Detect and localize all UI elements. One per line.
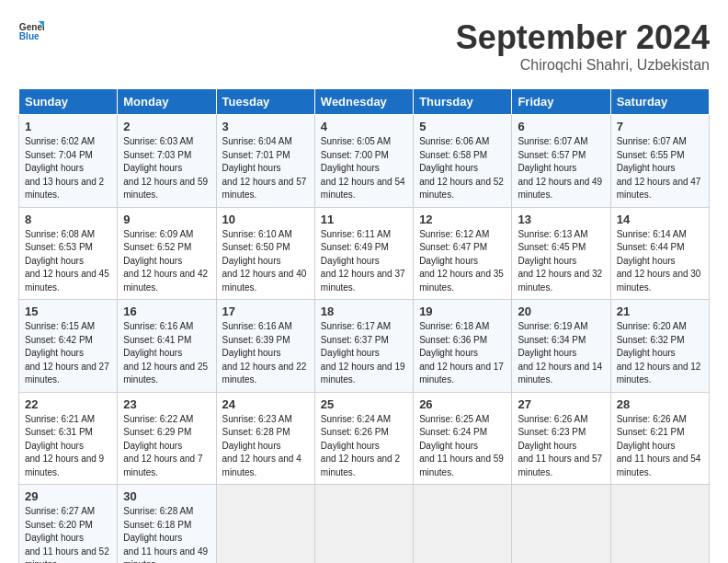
day-number: 28 [617, 397, 703, 411]
empty-day-cell [216, 485, 314, 564]
empty-day-cell [512, 485, 610, 564]
header-tuesday: Tuesday [216, 89, 314, 115]
day-number: 24 [222, 397, 309, 411]
day-cell-30: 30 Sunrise: 6:28 AMSunset: 6:18 PMDaylig… [118, 485, 216, 564]
day-detail: Sunrise: 6:27 AMSunset: 6:20 PMDaylight … [25, 506, 109, 563]
header-saturday: Saturday [610, 89, 709, 115]
day-number: 9 [123, 213, 210, 226]
day-number: 21 [617, 304, 703, 318]
day-number: 20 [518, 304, 604, 318]
day-detail: Sunrise: 6:26 AMSunset: 6:23 PMDaylight … [518, 414, 602, 477]
day-cell-27: 27 Sunrise: 6:26 AMSunset: 6:23 PMDaylig… [512, 392, 610, 485]
day-cell-11: 11 Sunrise: 6:11 AMSunset: 6:49 PMDaylig… [314, 207, 413, 300]
day-detail: Sunrise: 6:17 AMSunset: 6:37 PMDaylight … [321, 321, 405, 385]
location-subtitle: Chiroqchi Shahri, Uzbekistan [456, 57, 710, 74]
day-detail: Sunrise: 6:26 AMSunset: 6:21 PMDaylight … [617, 414, 701, 477]
empty-day-cell [414, 485, 512, 564]
day-detail: Sunrise: 6:13 AMSunset: 6:45 PMDaylight … [518, 229, 602, 293]
day-detail: Sunrise: 6:25 AMSunset: 6:24 PMDaylight … [419, 414, 504, 477]
day-cell-21: 21 Sunrise: 6:20 AMSunset: 6:32 PMDaylig… [610, 300, 709, 393]
day-number: 7 [617, 120, 703, 133]
day-number: 22 [25, 397, 111, 411]
calendar-header-row: Sunday Monday Tuesday Wednesday Thursday… [19, 89, 710, 115]
day-detail: Sunrise: 6:05 AMSunset: 7:00 PMDaylight … [321, 136, 405, 200]
day-cell-23: 23 Sunrise: 6:22 AMSunset: 6:29 PMDaylig… [118, 392, 216, 485]
day-detail: Sunrise: 6:20 AMSunset: 6:32 PMDaylight … [617, 321, 701, 385]
header-wednesday: Wednesday [314, 89, 413, 115]
header-friday: Friday [512, 89, 610, 115]
day-number: 27 [518, 397, 604, 411]
day-detail: Sunrise: 6:07 AMSunset: 6:57 PMDaylight … [518, 136, 602, 200]
day-number: 30 [123, 489, 210, 503]
day-cell-2: 2 Sunrise: 6:03 AMSunset: 7:03 PMDayligh… [118, 115, 216, 208]
day-detail: Sunrise: 6:16 AMSunset: 6:39 PMDaylight … [222, 321, 307, 385]
calendar-week-1: 1 Sunrise: 6:02 AMSunset: 7:04 PMDayligh… [19, 115, 710, 208]
header-sunday: Sunday [19, 89, 118, 115]
day-number: 13 [518, 213, 604, 226]
day-number: 8 [25, 213, 111, 226]
day-detail: Sunrise: 6:14 AMSunset: 6:44 PMDaylight … [617, 229, 701, 293]
empty-day-cell [610, 485, 709, 564]
day-detail: Sunrise: 6:07 AMSunset: 6:55 PMDaylight … [617, 136, 701, 200]
day-number: 2 [123, 120, 210, 133]
day-cell-25: 25 Sunrise: 6:24 AMSunset: 6:26 PMDaylig… [314, 392, 413, 485]
day-cell-22: 22 Sunrise: 6:21 AMSunset: 6:31 PMDaylig… [19, 392, 118, 485]
day-detail: Sunrise: 6:24 AMSunset: 6:26 PMDaylight … [321, 414, 400, 477]
day-cell-6: 6 Sunrise: 6:07 AMSunset: 6:57 PMDayligh… [512, 115, 610, 208]
day-cell-13: 13 Sunrise: 6:13 AMSunset: 6:45 PMDaylig… [512, 207, 610, 300]
day-detail: Sunrise: 6:12 AMSunset: 6:47 PMDaylight … [419, 229, 504, 293]
day-cell-15: 15 Sunrise: 6:15 AMSunset: 6:42 PMDaylig… [19, 300, 118, 393]
day-detail: Sunrise: 6:18 AMSunset: 6:36 PMDaylight … [419, 321, 504, 385]
day-cell-18: 18 Sunrise: 6:17 AMSunset: 6:37 PMDaylig… [314, 300, 413, 393]
day-detail: Sunrise: 6:19 AMSunset: 6:34 PMDaylight … [518, 321, 602, 385]
day-cell-28: 28 Sunrise: 6:26 AMSunset: 6:21 PMDaylig… [610, 392, 709, 485]
day-number: 5 [419, 120, 506, 133]
day-cell-26: 26 Sunrise: 6:25 AMSunset: 6:24 PMDaylig… [414, 392, 512, 485]
day-number: 26 [419, 397, 506, 411]
logo: General Blue General Blue [18, 18, 44, 44]
header-monday: Monday [118, 89, 216, 115]
calendar-table: Sunday Monday Tuesday Wednesday Thursday… [18, 88, 710, 563]
day-cell-12: 12 Sunrise: 6:12 AMSunset: 6:47 PMDaylig… [414, 207, 512, 300]
day-number: 17 [222, 304, 309, 318]
day-number: 14 [617, 213, 703, 226]
day-number: 10 [222, 213, 309, 226]
page-header: General Blue General Blue September 2024… [18, 18, 710, 74]
calendar-week-3: 15 Sunrise: 6:15 AMSunset: 6:42 PMDaylig… [19, 300, 710, 393]
calendar-week-4: 22 Sunrise: 6:21 AMSunset: 6:31 PMDaylig… [19, 392, 710, 485]
day-number: 23 [123, 397, 210, 411]
day-detail: Sunrise: 6:04 AMSunset: 7:01 PMDaylight … [222, 136, 307, 200]
day-cell-24: 24 Sunrise: 6:23 AMSunset: 6:28 PMDaylig… [216, 392, 314, 485]
day-number: 25 [321, 397, 407, 411]
day-detail: Sunrise: 6:11 AMSunset: 6:49 PMDaylight … [321, 229, 405, 293]
calendar-week-2: 8 Sunrise: 6:08 AMSunset: 6:53 PMDayligh… [19, 207, 710, 300]
day-cell-8: 8 Sunrise: 6:08 AMSunset: 6:53 PMDayligh… [19, 207, 118, 300]
day-number: 15 [25, 304, 111, 318]
day-cell-17: 17 Sunrise: 6:16 AMSunset: 6:39 PMDaylig… [216, 300, 314, 393]
title-area: September 2024 Chiroqchi Shahri, Uzbekis… [456, 18, 710, 74]
day-detail: Sunrise: 6:21 AMSunset: 6:31 PMDaylight … [25, 414, 104, 477]
day-number: 16 [123, 304, 210, 318]
day-number: 6 [518, 120, 604, 133]
day-number: 18 [321, 304, 407, 318]
day-cell-7: 7 Sunrise: 6:07 AMSunset: 6:55 PMDayligh… [610, 115, 709, 208]
day-detail: Sunrise: 6:22 AMSunset: 6:29 PMDaylight … [123, 414, 202, 477]
day-detail: Sunrise: 6:15 AMSunset: 6:42 PMDaylight … [25, 321, 109, 385]
day-cell-29: 29 Sunrise: 6:27 AMSunset: 6:20 PMDaylig… [19, 485, 118, 564]
day-cell-4: 4 Sunrise: 6:05 AMSunset: 7:00 PMDayligh… [314, 115, 413, 208]
day-number: 1 [25, 120, 111, 133]
day-cell-19: 19 Sunrise: 6:18 AMSunset: 6:36 PMDaylig… [414, 300, 512, 393]
day-detail: Sunrise: 6:06 AMSunset: 6:58 PMDaylight … [419, 136, 504, 200]
day-number: 19 [419, 304, 506, 318]
calendar-week-5: 29 Sunrise: 6:27 AMSunset: 6:20 PMDaylig… [19, 485, 710, 564]
day-cell-10: 10 Sunrise: 6:10 AMSunset: 6:50 PMDaylig… [216, 207, 314, 300]
month-title: September 2024 [456, 18, 710, 57]
day-number: 29 [25, 489, 111, 503]
day-detail: Sunrise: 6:16 AMSunset: 6:41 PMDaylight … [123, 321, 208, 385]
day-cell-16: 16 Sunrise: 6:16 AMSunset: 6:41 PMDaylig… [118, 300, 216, 393]
day-detail: Sunrise: 6:09 AMSunset: 6:52 PMDaylight … [123, 229, 208, 293]
day-cell-9: 9 Sunrise: 6:09 AMSunset: 6:52 PMDayligh… [118, 207, 216, 300]
day-detail: Sunrise: 6:10 AMSunset: 6:50 PMDaylight … [222, 229, 307, 293]
day-detail: Sunrise: 6:03 AMSunset: 7:03 PMDaylight … [123, 136, 208, 200]
day-detail: Sunrise: 6:23 AMSunset: 6:28 PMDaylight … [222, 414, 301, 477]
